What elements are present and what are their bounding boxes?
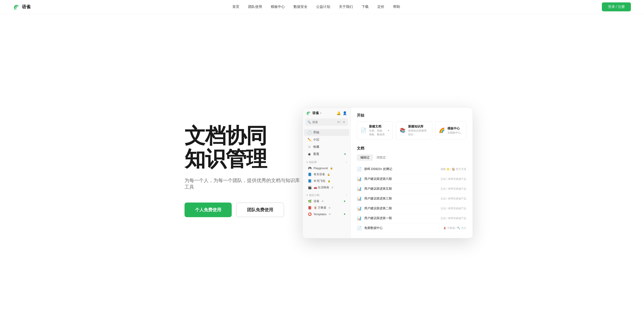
sidebar-search[interactable]: 🔍 ⌘J ＋ <box>305 118 348 126</box>
btn-personal[interactable]: 个人免费使用 <box>184 203 232 217</box>
playground-icon: 🎮 <box>308 166 312 170</box>
doc-title-1: 用户建议跟进第六期 <box>364 177 438 181</box>
logo-icon <box>13 3 20 10</box>
login-button[interactable]: 登录 / 注册 <box>602 2 631 11</box>
knowledge-tofl-label: ⚙ 陀飞轮 <box>314 179 326 183</box>
knowledge-life-label: 🚗 生活映画 <box>314 186 329 189</box>
templates-icon: ⭕ <box>308 212 312 216</box>
sidebar-item-start[interactable]: 🕐 开始 <box>304 129 349 136</box>
sidebar-item-favorites[interactable]: ☆ 收藏 <box>304 143 349 150</box>
settings-icon-1: ⚙ <box>322 200 324 203</box>
tofl-icon: 📘 <box>308 179 312 183</box>
main-inner: 开始 📄 新建文档 文档、表格、画板、数据表 ▾ 📚 <box>351 108 472 238</box>
lock-icon-1: 🔒 <box>327 173 330 176</box>
doc-icon-1: 📊 <box>357 177 362 181</box>
nav-help[interactable]: 帮助 <box>393 4 400 9</box>
sidebar-knowledge-tofl[interactable]: 📘 ⚙ 陀飞轮 🔒 <box>306 178 347 184</box>
logo-text: 语雀 <box>22 4 30 10</box>
doc-title-4: 用户建议跟进第二期 <box>364 206 438 210</box>
knowledge-yuque-label: 有关语雀 <box>314 172 325 176</box>
new-kb-info: 新建知识库 使用知识库整理知识 <box>408 125 428 136</box>
search-input[interactable] <box>312 120 336 124</box>
sidebar-knowledge-playground[interactable]: 🎮 Playground 🔒 <box>306 165 347 171</box>
search-kbd: ⌘J <box>337 121 341 123</box>
new-kb-action[interactable]: 📚 新建知识库 使用知识库整理知识 <box>396 121 432 140</box>
doc-item-3[interactable]: 📊 用户建议跟进第三期 玉伯 / 来帮语雀做产品 <box>357 194 466 204</box>
doc-title-3: 用户建议跟进第三期 <box>364 197 438 201</box>
settings-icon-2: ⚙ <box>328 206 331 209</box>
doc-meta-0: 瀚雅 🌟 / 🏠 咫尺天涯 <box>440 167 466 171</box>
sidebar-item-notes[interactable]: ✏️ 小记 <box>304 136 349 143</box>
doc-meta-3: 玉伯 / 来帮语雀做产品 <box>440 197 466 201</box>
knowledge-arrow[interactable]: › <box>346 161 347 163</box>
doc-icon-4: 📊 <box>357 206 362 211</box>
new-doc-title: 新建文档 <box>369 125 386 129</box>
hero-left: 文档协同 知识管理 为每一个人，为每一个团队，提供优秀的文档与知识库工具 个人免… <box>184 124 302 217</box>
sidebar-knowledge-life[interactable]: 🎬 🚗 生活映画 ⚙ <box>306 184 347 191</box>
group-arrow[interactable]: › <box>346 194 347 196</box>
explore-dot <box>344 153 346 155</box>
doc-item-4[interactable]: 📊 用户建议跟进第二期 玉伯 / 来帮语雀做产品 <box>357 204 466 213</box>
group-templates-label: Templates <box>314 213 326 216</box>
btn-team[interactable]: 团队免费使用 <box>236 203 284 217</box>
template-center-action[interactable]: 🌈 模板中心 从模板中心... <box>435 121 466 140</box>
settings-icon-3: ⚙ <box>329 213 331 216</box>
template-center-info: 模板中心 从模板中心... <box>448 127 463 135</box>
sidebar-notes-label: 小记 <box>313 138 319 142</box>
doc-item-1[interactable]: 📊 用户建议跟进第六期 玉伯 / 来帮语雀做产品 <box>357 174 466 184</box>
sidebar-group-yuque[interactable]: 🌿 语雀 ⚙ <box>306 198 347 205</box>
nav-about[interactable]: 关于我们 <box>339 4 353 9</box>
new-kb-sub: 使用知识库整理知识 <box>408 129 428 136</box>
doc-icon-6: 📄 <box>357 226 362 231</box>
tab-viewed[interactable]: 浏览过 <box>373 154 389 161</box>
nav-home[interactable]: 首页 <box>232 4 239 9</box>
nav-download[interactable]: 下载 <box>362 4 368 9</box>
doc-item-2[interactable]: 📊 用户建议跟进第五期 玉伯 / 来帮语雀做产品 <box>357 184 466 194</box>
nav-security[interactable]: 数据安全 <box>294 4 308 9</box>
doc-item-5[interactable]: 📊 用户建议跟进第一期 玉伯 / 来帮语雀做产品 <box>357 213 466 223</box>
wanshiwu-icon: 📕 <box>308 206 312 210</box>
doc-title-5: 用户建议跟进第一期 <box>364 216 438 220</box>
doc-item-0[interactable]: 📄 群晖 DS923+ 折腾记 瀚雅 🌟 / 🏠 咫尺天涯 <box>357 164 466 174</box>
template-center-icon: 🌈 <box>439 128 445 133</box>
hero-right: 语雀 ▾ 🔔 👤 🔍 ⌘J ＋ 🕐 <box>302 103 473 238</box>
new-kb-title: 新建知识库 <box>408 125 428 129</box>
avatar-icon[interactable]: 👤 <box>343 111 347 115</box>
sidebar-brand-text: 语雀 <box>312 111 319 115</box>
sidebar-favorites-label: 收藏 <box>313 145 319 149</box>
sidebar-knowledge-header[interactable]: ▼ 知识库 › <box>306 160 347 164</box>
doc-icon-5: 📊 <box>357 216 362 221</box>
sidebar-group-templates[interactable]: ⭕ Templates ⚙ <box>306 211 347 217</box>
lock-icon-2: 🔒 <box>328 180 331 182</box>
doc-meta-5: 玉伯 / 来帮语雀做产品 <box>440 217 466 220</box>
sidebar-logo-icon <box>306 111 311 115</box>
hero-section: 文档协同 知识管理 为每一个人，为每一个团队，提供优秀的文档与知识库工具 个人免… <box>158 14 486 323</box>
doc-item-6[interactable]: 📄 免窝数据中心 🀄 万事屋 / 🔧 大计 <box>357 223 466 233</box>
bell-icon[interactable]: 🔔 <box>336 111 341 115</box>
group-yuque-icon: 🌿 <box>308 200 312 203</box>
sidebar-knowledge-section: ▼ 知识库 › 🎮 Playground 🔒 📘 有关语雀 🔒 <box>303 159 350 192</box>
sidebar-nav: 🕐 开始 ✏️ 小记 ☆ 收藏 ◉ 逛逛 <box>303 128 350 159</box>
sidebar-knowledge-yuque[interactable]: 📘 有关语雀 🔒 <box>306 171 347 178</box>
new-doc-sub: 文档、表格、画板、数据表 <box>369 129 386 136</box>
new-doc-info: 新建文档 文档、表格、画板、数据表 <box>369 125 386 136</box>
doc-title-0: 群晖 DS923+ 折腾记 <box>364 167 438 171</box>
nav-team[interactable]: 团队使用 <box>248 4 262 9</box>
doc-meta-4: 玉伯 / 来帮语雀做产品 <box>440 207 466 210</box>
add-button[interactable]: ＋ <box>342 120 346 124</box>
tab-edited[interactable]: 编辑过 <box>357 154 373 161</box>
sidebar-group-wanshiwu[interactable]: 📕 🀄 万事屋 ⚙ <box>306 205 347 211</box>
sidebar: 语雀 ▾ 🔔 👤 🔍 ⌘J ＋ 🕐 <box>303 108 351 238</box>
group-wanshiwu-label: 🀄 万事屋 <box>314 206 326 210</box>
nav-public[interactable]: 公益计划 <box>316 4 330 9</box>
doc-icon-3: 📊 <box>357 196 362 201</box>
new-doc-action[interactable]: 📄 新建文档 文档、表格、画板、数据表 ▾ <box>357 121 393 140</box>
nav-pricing[interactable]: 定价 <box>377 4 384 9</box>
nav-links: 首页 团队使用 模板中心 数据安全 公益计划 关于我们 下载 定价 帮助 <box>232 4 400 9</box>
template-center-sub: 从模板中心... <box>448 131 463 135</box>
sidebar-group-header[interactable]: ▼ 知识小组 › <box>306 193 347 197</box>
nav-templates[interactable]: 模板中心 <box>271 4 285 9</box>
doc-list: 📄 群晖 DS923+ 折腾记 瀚雅 🌟 / 🏠 咫尺天涯 📊 用户建议跟进第六… <box>357 164 466 233</box>
sidebar-item-explore[interactable]: ◉ 逛逛 <box>304 151 349 158</box>
knowledge-title: ▼ 知识库 <box>306 160 317 164</box>
